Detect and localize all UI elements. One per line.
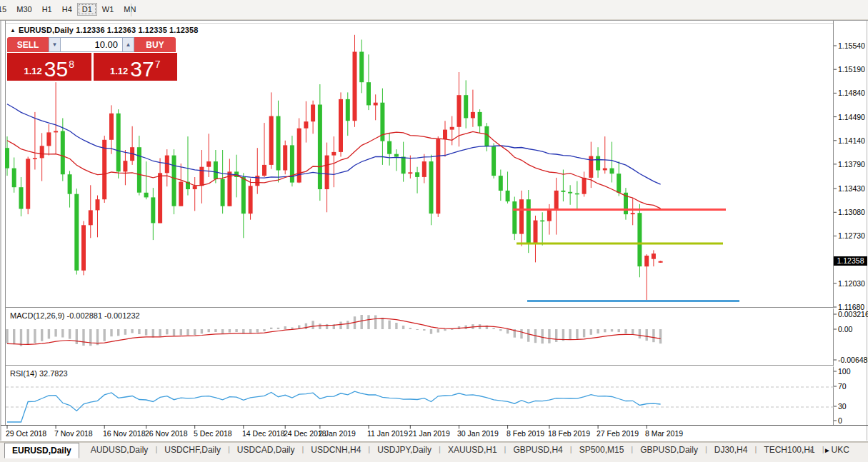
candle-body	[206, 161, 211, 167]
candle-body	[547, 210, 552, 221]
macd-histogram-bar	[542, 329, 544, 343]
sell-button[interactable]: SELL	[7, 37, 49, 52]
tab-usdjpy-daily[interactable]: USDJPY,Daily	[370, 443, 439, 458]
candle-body	[499, 176, 503, 191]
candle-body	[311, 105, 315, 122]
date-axis-label: 18 Feb 2019	[548, 429, 590, 438]
candle-body	[54, 131, 58, 133]
candle-body	[26, 159, 30, 209]
candle-body	[478, 112, 482, 126]
macd-histogram-bar	[152, 329, 154, 338]
macd-histogram-bar	[646, 329, 648, 341]
date-axis-label: 29 Oct 2018	[6, 429, 46, 438]
macd-histogram-bar	[388, 321, 390, 329]
candle-body	[506, 191, 510, 201]
date-axis-label: 5 Dec 2018	[194, 429, 232, 438]
candle-body	[519, 199, 524, 233]
tab-gbpusd-h4[interactable]: GBPUSD,H4	[506, 443, 569, 458]
tab-eurusd-daily[interactable]: EURUSD,Daily	[4, 443, 79, 458]
candle-body	[318, 105, 322, 190]
tabs-scroll-left-icon[interactable]: ◄	[807, 446, 814, 454]
tab-dj30-h4[interactable]: DJ30,H4	[707, 443, 755, 458]
macd-histogram-bar	[69, 329, 71, 339]
candle-body	[199, 167, 204, 186]
tab-gbpusd-daily[interactable]: GBPUSD,Daily	[633, 443, 705, 458]
macd-histogram-bar	[263, 329, 265, 331]
macd-histogram-bar	[624, 329, 627, 333]
candle-body	[81, 225, 86, 271]
candle-body	[422, 161, 426, 177]
rsi-scale-label: 100	[838, 367, 868, 376]
tab-usdcnh-h4[interactable]: USDCNH,H4	[304, 443, 368, 458]
volume-increase-button[interactable]: ▲	[122, 37, 134, 52]
macd-histogram-bar	[604, 329, 606, 332]
candle-body	[46, 132, 51, 146]
candle-body	[408, 172, 412, 174]
tab-audusd-daily[interactable]: AUDUSD,Daily	[84, 443, 156, 458]
sell-price[interactable]: 1.12 35 8	[7, 53, 91, 81]
candle-body	[137, 147, 141, 193]
tabs-scroll-right-icon[interactable]: ►	[824, 446, 831, 454]
macd-histogram-bar	[311, 321, 314, 329]
macd-histogram-bar	[367, 315, 369, 329]
candle-body	[172, 156, 176, 206]
candle-body	[40, 146, 44, 158]
candle-body	[554, 191, 559, 210]
macd-histogram-bar	[48, 329, 50, 338]
candle-body	[659, 261, 663, 263]
macd-histogram-bar	[61, 329, 64, 338]
sell-price-pips: 35	[44, 59, 68, 79]
candle-body	[151, 197, 155, 223]
macd-histogram-bar	[20, 329, 22, 346]
tab-xauusd-h1[interactable]: XAUUSD,H1	[441, 443, 504, 458]
triangle-down-icon: ▼	[52, 41, 58, 48]
macd-scale-label: 0.003216	[838, 310, 868, 318]
date-axis-label: 26 Nov 2018	[145, 429, 188, 438]
macd-histogram-bar	[208, 329, 210, 332]
date-axis-label: 8 Mar 2019	[645, 429, 683, 438]
candle-body	[116, 114, 121, 172]
triangle-up-icon: ▲	[126, 41, 131, 48]
date-axis-label: 14 Dec 2018	[242, 429, 285, 438]
macd-histogram-bar	[138, 329, 140, 334]
macd-histogram-bar	[444, 329, 446, 331]
rsi-scale-label: 30	[838, 402, 868, 411]
date-axis-label: 7 Nov 2018	[54, 429, 93, 438]
tab-usdchf-daily[interactable]: USDCHF,Daily	[157, 443, 228, 458]
candle-body	[484, 126, 489, 146]
date-axis-label: 11 Jan 2019	[367, 429, 408, 438]
tab-usdcad-daily[interactable]: USDCAD,Daily	[230, 443, 302, 458]
chart-title: ▲EURUSD,Daily 1.12336 1.12363 1.12335 1.…	[10, 26, 199, 34]
one-click-trading-panel: SELL ▼ ▲ BUY 1.12 35 8 1.12 37 7	[7, 37, 177, 81]
macd-histogram-bar	[305, 323, 307, 329]
candle-body	[443, 130, 447, 139]
candle-body	[33, 158, 37, 159]
candle-body	[492, 146, 496, 176]
buy-button[interactable]: BUY	[134, 37, 176, 52]
candle-body	[144, 193, 149, 198]
candle-body	[429, 161, 434, 214]
tab-sp500-m15[interactable]: SP500,M15	[572, 443, 632, 458]
volume-input[interactable]	[61, 37, 122, 52]
macd-histogram-bar	[54, 329, 56, 337]
rsi-label: RSI(14) 32.7823	[10, 369, 68, 378]
volume-decrease-button[interactable]: ▼	[49, 37, 61, 52]
macd-histogram-bar	[27, 329, 29, 345]
macd-histogram-bar	[437, 329, 439, 333]
candle-body	[12, 169, 16, 188]
candle-body	[19, 187, 24, 209]
candle-body	[102, 140, 106, 199]
macd-histogram-bar	[76, 329, 78, 344]
macd-histogram-bar	[291, 328, 293, 330]
macd-histogram-bar	[548, 329, 550, 343]
candle-body	[158, 173, 162, 223]
buy-price[interactable]: 1.12 37 7	[94, 53, 178, 81]
macd-histogram-bar	[173, 329, 175, 336]
candle-body	[283, 145, 287, 170]
candle-body	[464, 95, 468, 118]
macd-histogram-bar	[659, 329, 662, 343]
date-axis-label: 30 Jan 2019	[457, 429, 499, 438]
macd-histogram-bar	[590, 329, 592, 335]
candle-body	[540, 221, 544, 222]
macd-histogram-bar	[632, 329, 634, 335]
